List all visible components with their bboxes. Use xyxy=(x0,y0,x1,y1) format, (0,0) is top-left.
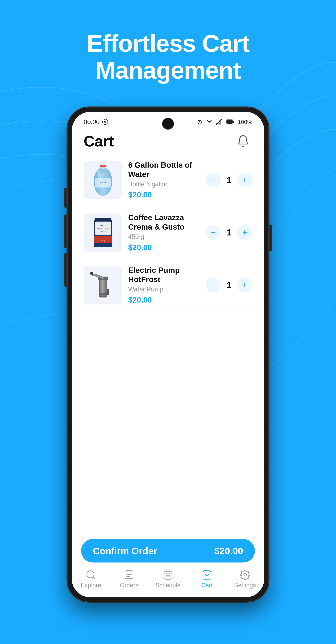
table-row: LAVAZZA CREMA & GUSTO Espresso 450g Coff… xyxy=(80,206,256,259)
pump-image xyxy=(89,269,117,301)
increase-qty-button[interactable]: + xyxy=(237,278,252,292)
status-time: 00:00 xyxy=(84,118,108,126)
app-title: Cart xyxy=(84,133,114,150)
svg-rect-29 xyxy=(99,279,107,298)
item-subtitle: Bottle 6 gallon xyxy=(128,180,200,188)
explore-icon xyxy=(86,569,96,580)
nav-item-schedule[interactable]: Schedule xyxy=(155,569,181,589)
confirm-order-button[interactable]: Confirm Order $20.00 xyxy=(81,539,255,562)
item-subtitle: Water Pump xyxy=(128,286,200,293)
item-image-pump xyxy=(84,266,122,304)
cart-icon xyxy=(202,569,212,580)
app-header: Cart xyxy=(72,127,264,154)
nav-label-schedule: Schedule xyxy=(155,582,181,589)
orders-icon xyxy=(124,569,134,580)
cart-items-list: WATER 6 Gallon Bottle of Water xyxy=(72,154,264,534)
notification-button[interactable] xyxy=(234,132,252,150)
hero-title: Effortless Cart Management xyxy=(87,30,249,84)
svg-rect-39 xyxy=(166,575,168,576)
signal-icon xyxy=(216,119,222,125)
item-info-coffee: Coffee Lavazza Crema & Gusto 450 g $20.0… xyxy=(128,213,200,252)
svg-point-41 xyxy=(244,574,246,576)
svg-text:450g: 450g xyxy=(101,240,105,242)
item-subtitle: 450 g xyxy=(128,233,200,240)
phone-mockup: 00:00 xyxy=(67,107,269,602)
nav-label-cart: Cart xyxy=(201,582,213,589)
svg-text:Espresso: Espresso xyxy=(100,230,106,232)
bell-icon xyxy=(236,134,250,148)
increase-qty-button[interactable]: + xyxy=(237,225,252,240)
item-price: $20.00 xyxy=(128,190,200,199)
decrease-qty-button[interactable]: − xyxy=(206,278,221,292)
confirm-order-price: $20.00 xyxy=(214,546,243,556)
alarm-icon xyxy=(196,119,203,125)
battery-icon xyxy=(226,119,234,125)
phone-shell: 00:00 xyxy=(67,107,269,602)
svg-point-0 xyxy=(102,119,108,124)
nav-item-orders[interactable]: Orders xyxy=(117,569,141,589)
item-info-water-bottle: 6 Gallon Bottle of Water Bottle 6 gallon… xyxy=(128,160,200,199)
table-row: Electric Pump HotFrost Water Pump $20.00… xyxy=(80,259,256,312)
nav-label-orders: Orders xyxy=(120,582,138,589)
whatsapp-icon xyxy=(102,119,108,125)
status-icons-right: 100% xyxy=(196,119,252,125)
table-row: WATER 6 Gallon Bottle of Water xyxy=(80,154,256,206)
power-button xyxy=(269,224,272,252)
nav-item-cart[interactable]: Cart xyxy=(195,569,219,589)
item-price: $20.00 xyxy=(128,295,200,304)
qty-value: 1 xyxy=(225,175,233,185)
bottom-nav: Explore Orders xyxy=(72,566,264,597)
svg-rect-40 xyxy=(169,575,170,576)
water-bottle-image: WATER xyxy=(90,163,116,197)
item-qty-control: − 1 + xyxy=(206,172,252,188)
phone-screen: 00:00 xyxy=(72,112,264,597)
bottom-bar: Confirm Order $20.00 xyxy=(72,534,264,566)
svg-rect-27 xyxy=(94,243,112,247)
increase-qty-button[interactable]: + xyxy=(237,172,252,188)
svg-point-32 xyxy=(91,272,93,274)
silent-button xyxy=(64,188,67,208)
settings-icon xyxy=(240,569,250,580)
volume-down-button xyxy=(64,253,67,286)
item-info-pump: Electric Pump HotFrost Water Pump $20.00 xyxy=(128,266,200,304)
item-image-water-bottle: WATER xyxy=(84,161,122,199)
schedule-icon xyxy=(163,569,173,580)
svg-text:WATER: WATER xyxy=(100,182,106,183)
svg-rect-14 xyxy=(100,165,106,167)
nav-label-settings: Settings xyxy=(234,582,256,589)
svg-point-2 xyxy=(209,124,210,124)
decrease-qty-button[interactable]: − xyxy=(206,172,221,188)
item-price: $20.00 xyxy=(128,243,200,252)
svg-text:LAVAZZA: LAVAZZA xyxy=(99,224,107,226)
item-qty-control-coffee: − 1 + xyxy=(206,225,252,240)
svg-rect-9 xyxy=(227,120,233,124)
item-name: 6 Gallon Bottle of Water xyxy=(128,160,200,179)
confirm-order-label: Confirm Order xyxy=(93,546,157,556)
volume-up-button xyxy=(64,214,67,248)
wifi-icon xyxy=(206,119,213,125)
svg-text:CREMA & GUSTO: CREMA & GUSTO xyxy=(97,228,109,229)
decrease-qty-button[interactable]: − xyxy=(206,225,221,240)
item-image-coffee: LAVAZZA CREMA & GUSTO Espresso 450g xyxy=(84,213,122,252)
item-name: Electric Pump HotFrost xyxy=(128,266,200,284)
item-name: Coffee Lavazza Crema & Gusto xyxy=(128,213,200,232)
battery-percentage: 100% xyxy=(238,119,252,125)
nav-label-explore: Explore xyxy=(81,582,101,589)
item-qty-control-pump: − 1 + xyxy=(206,278,252,292)
svg-rect-35 xyxy=(99,296,107,297)
coffee-image: LAVAZZA CREMA & GUSTO Espresso 450g xyxy=(90,216,116,249)
qty-value: 1 xyxy=(225,280,233,290)
nav-item-explore[interactable]: Explore xyxy=(79,569,103,589)
camera-notch xyxy=(162,118,174,130)
svg-rect-38 xyxy=(164,571,172,579)
qty-value: 1 xyxy=(225,228,233,238)
svg-rect-34 xyxy=(99,293,107,295)
nav-item-settings[interactable]: Settings xyxy=(233,569,257,589)
svg-rect-20 xyxy=(95,218,111,222)
